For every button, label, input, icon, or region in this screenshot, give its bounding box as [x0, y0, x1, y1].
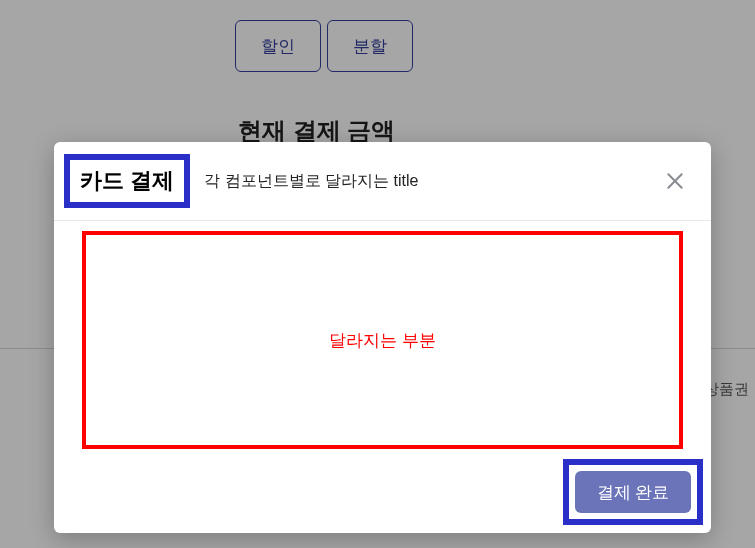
modal-header: 카드 결제 각 컴포넌트별로 달라지는 title — [54, 142, 711, 221]
modal-body-text: 달라지는 부분 — [329, 329, 436, 352]
modal-body: 달라지는 부분 — [54, 221, 711, 451]
modal-title: 카드 결제 — [80, 168, 174, 193]
submit-button-label: 결제 완료 — [597, 483, 670, 502]
submit-button[interactable]: 결제 완료 — [575, 471, 691, 513]
submit-highlight: 결제 완료 — [563, 459, 703, 525]
close-button[interactable] — [665, 168, 691, 194]
modal-body-highlight: 달라지는 부분 — [82, 231, 683, 449]
modal-title-highlight: 카드 결제 — [64, 154, 190, 208]
payment-modal: 카드 결제 각 컴포넌트별로 달라지는 title 달라지는 부분 결제 완료 — [54, 142, 711, 533]
modal-footer: 결제 완료 — [54, 451, 711, 533]
modal-subtitle: 각 컴포넌트별로 달라지는 title — [204, 171, 418, 192]
close-icon — [665, 171, 685, 191]
